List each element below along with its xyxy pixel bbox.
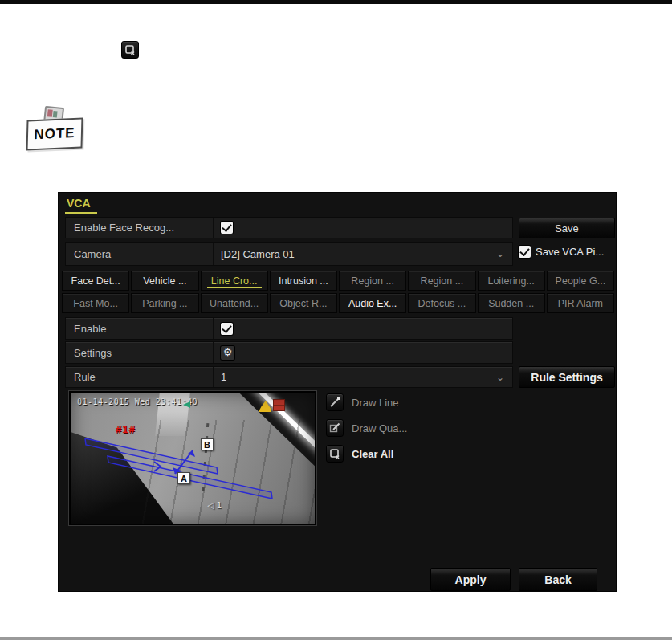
- title-underline: [65, 212, 97, 214]
- camera-row: Camera [D2] Camera 01 ⌄: [65, 242, 513, 266]
- camera-select[interactable]: [D2] Camera 01 ⌄: [214, 243, 512, 265]
- pencil-square-icon: [328, 422, 341, 434]
- alert-icon: [273, 399, 285, 411]
- note-label: NOTE: [34, 125, 75, 143]
- page-top-border: [0, 0, 672, 4]
- rule-settings-label: Rule Settings: [531, 371, 602, 384]
- save-button[interactable]: Save: [519, 218, 615, 238]
- draw-line-icon[interactable]: [326, 393, 344, 411]
- clear-icon: [328, 447, 341, 460]
- audio-channel-indicator: ◁1: [207, 500, 222, 511]
- enable-value-cell: [214, 318, 512, 339]
- tab-defocus[interactable]: Defocus ...: [408, 293, 475, 313]
- chevron-down-icon: ⌄: [496, 250, 504, 258]
- apply-button-label: Apply: [455, 573, 487, 586]
- tab-vehicle-detection[interactable]: Vehicle ...: [131, 271, 198, 291]
- rule-label: Rule: [66, 367, 214, 387]
- rule-number-tag: #1#: [116, 423, 136, 435]
- settings-value-cell: ⚙: [214, 342, 512, 363]
- rule-settings-button[interactable]: Rule Settings: [519, 366, 615, 388]
- video-timestamp: 01-14-2015 Wed 23:41:40: [77, 397, 198, 406]
- tab-sudden-scene-change[interactable]: Sudden ...: [478, 293, 545, 313]
- camera-selected-value: [D2] Camera 01: [214, 248, 295, 260]
- clear-icon: [124, 43, 136, 56]
- camera-label: Camera: [66, 243, 214, 265]
- tab-audio-exception[interactable]: Audio Ex...: [339, 293, 406, 313]
- tab-line-crossing[interactable]: Line Cro...: [201, 271, 268, 291]
- save-vca-label: Save VCA Pi...: [536, 246, 604, 258]
- enable-face-row: Enable Face Recog...: [65, 217, 513, 238]
- tab-parking[interactable]: Parking ...: [131, 293, 198, 313]
- tab-region-exiting[interactable]: Region ...: [408, 271, 475, 291]
- note-callout-icon: NOTE: [25, 107, 86, 152]
- tab-people-gathering[interactable]: People G...: [547, 271, 614, 291]
- enable-checkbox[interactable]: [221, 323, 233, 335]
- pencil-line-icon: [328, 396, 341, 409]
- audio-channel-number: 1: [216, 500, 222, 511]
- back-button-label: Back: [544, 573, 571, 586]
- settings-label: Settings: [66, 342, 214, 363]
- chevron-down-icon: ⌄: [496, 373, 504, 381]
- save-button-label: Save: [555, 222, 579, 234]
- save-vca-picture-option[interactable]: Save VCA Pi...: [519, 246, 604, 258]
- clear-all-label: Clear All: [352, 448, 393, 460]
- draw-quadrilateral-label: Draw Qua...: [352, 422, 407, 434]
- page-bottom-divider: [0, 637, 672, 640]
- rule-row: Rule 1 ⌄: [65, 366, 513, 388]
- tab-unattended-baggage[interactable]: Unattend...: [201, 293, 268, 313]
- rule-select[interactable]: 1 ⌄: [214, 367, 512, 387]
- rule-selected-value: 1: [214, 371, 226, 383]
- enable-label: Enable: [66, 318, 214, 339]
- tab-intrusion[interactable]: Intrusion ...: [270, 271, 337, 291]
- enable-face-label: Enable Face Recog...: [66, 218, 214, 238]
- draw-quadrilateral-icon[interactable]: [326, 419, 344, 437]
- save-vca-checkbox[interactable]: [519, 246, 531, 258]
- clear-all-icon[interactable]: [326, 445, 344, 463]
- tab-region-entrance[interactable]: Region ...: [339, 271, 406, 291]
- enable-face-value-cell: [214, 218, 512, 238]
- line-crossing-overlay: [71, 393, 315, 524]
- vca-tab-row-1: Face Det... Vehicle ... Line Cro... Intr…: [62, 271, 614, 291]
- video-preview[interactable]: 01-14-2015 Wed 23:41:40 #1# B A ◁1: [68, 390, 317, 526]
- line-endpoint-a[interactable]: A: [177, 472, 190, 484]
- settings-row: Settings ⚙: [65, 341, 513, 364]
- clear-all-tool[interactable]: Clear All: [326, 445, 393, 463]
- vca-settings-panel: VCA Enable Face Recog... Save Camera [D2…: [58, 192, 617, 592]
- apply-button[interactable]: Apply: [430, 568, 511, 591]
- tab-loitering[interactable]: Loitering...: [478, 271, 545, 291]
- vca-tab-row-2: Fast Mo... Parking ... Unattend... Objec…: [62, 293, 614, 313]
- page-title: VCA: [67, 197, 91, 210]
- draw-quadrilateral-tool[interactable]: Draw Qua...: [326, 419, 407, 437]
- tab-fast-moving[interactable]: Fast Mo...: [62, 293, 129, 313]
- draw-line-label: Draw Line: [352, 397, 399, 409]
- tab-pir-alarm[interactable]: PIR Alarm: [547, 293, 614, 313]
- enable-face-checkbox[interactable]: [221, 222, 233, 234]
- camera-live-view[interactable]: 01-14-2015 Wed 23:41:40 #1# B A ◁1: [71, 393, 315, 524]
- tab-object-removal[interactable]: Object R...: [270, 293, 337, 313]
- back-button[interactable]: Back: [519, 568, 597, 591]
- clear-marks-button[interactable]: [121, 41, 139, 59]
- enable-row: Enable: [65, 317, 513, 340]
- line-endpoint-b[interactable]: B: [201, 438, 214, 450]
- green-arrow-icon: [183, 401, 190, 408]
- gear-icon[interactable]: ⚙: [221, 346, 234, 360]
- note-board: NOTE: [26, 117, 83, 150]
- tab-face-detection[interactable]: Face Det...: [62, 271, 129, 291]
- draw-line-tool[interactable]: Draw Line: [326, 393, 399, 411]
- speaker-icon: ◁: [207, 500, 214, 510]
